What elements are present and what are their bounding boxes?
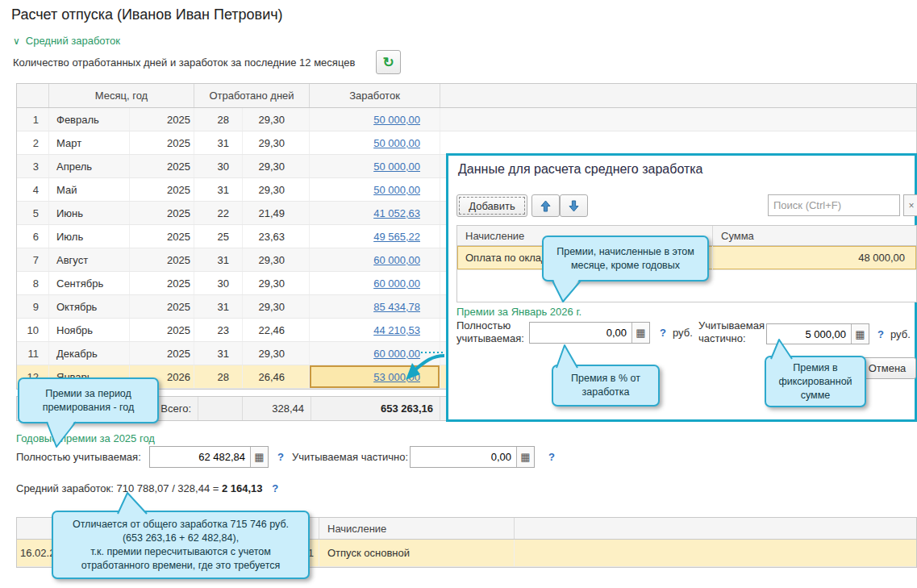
earnings-link[interactable]: 50 000,00 <box>373 161 420 173</box>
move-down-button[interactable] <box>560 194 588 217</box>
annual-partial-label: Учитываемая частично: <box>292 451 408 463</box>
earnings-link[interactable]: 49 565,22 <box>373 231 420 243</box>
clear-search-button[interactable]: × <box>903 194 917 216</box>
dialog-full-label-line1: Полностью <box>456 319 511 332</box>
totals-amount: 653 263,16 <box>311 397 440 420</box>
annual-partial-input[interactable]: 0,00 ▦ <box>410 446 535 468</box>
callout-earnings-difference: Отличается от общего заработка 715 746 р… <box>52 511 310 579</box>
accrual-name: Отпуск основной <box>319 540 515 566</box>
page-title: Расчет отпуска (Иванов Иван Петрович) <box>11 6 283 23</box>
earnings-link[interactable]: 50 000,00 <box>373 137 420 149</box>
earnings-link[interactable]: 44 210,53 <box>373 324 420 336</box>
col-accrual[interactable]: Начисление <box>319 518 515 539</box>
calculator-icon[interactable]: ▦ <box>851 324 869 344</box>
calculator-icon[interactable]: ▦ <box>631 323 649 343</box>
col-sum[interactable]: Сумма <box>713 226 916 245</box>
annual-bonus-link[interactable]: Годовые премии за 2025 год <box>16 432 155 444</box>
dialog-full-label-line2: учитываемая: <box>456 332 524 344</box>
average-earnings-line: Средний заработок: 710 788,07 / 328,44 =… <box>16 482 278 494</box>
totals-coef: 328,44 <box>243 397 311 420</box>
col-month-year[interactable]: Месяц, год <box>49 84 194 107</box>
annual-full-input[interactable]: 62 482,84 ▦ <box>149 446 269 468</box>
search-input[interactable] <box>768 194 900 216</box>
col-days-worked[interactable]: Отработано дней <box>194 84 310 107</box>
move-up-button[interactable] <box>531 194 560 217</box>
earnings-link[interactable]: 85 434,78 <box>373 301 420 313</box>
earnings-link[interactable]: 60 000,00 <box>373 277 420 290</box>
help-icon[interactable]: ? <box>277 451 284 463</box>
callout-monthly-bonuses: Премии, начисленные в этом месяце, кроме… <box>542 236 709 281</box>
earnings-link[interactable]: 50 000,00 <box>373 114 420 126</box>
help-icon[interactable]: ? <box>272 482 278 494</box>
callout-percent-bonus: Премия в % от заработка <box>552 365 660 407</box>
selected-cell: 53 000,00 <box>310 365 440 388</box>
dialog-bonus-link[interactable]: Премии за Январь 2026 г. <box>456 306 581 318</box>
help-icon[interactable]: ? <box>548 451 555 463</box>
earnings-table-header: Месяц, год Отработано дней Заработок <box>17 84 916 108</box>
table-row[interactable]: 2 Март 2025 31 29,30 50 000,00 <box>17 131 916 155</box>
earnings-link[interactable]: 60 000,00 <box>373 254 420 266</box>
average-earnings-group-label: Средний заработок <box>26 35 120 47</box>
currency-label: руб. <box>673 327 693 339</box>
refresh-icon: ↻ <box>382 56 394 69</box>
col-earnings[interactable]: Заработок <box>310 84 440 107</box>
dialog-title: Данные для расчета среднего заработка <box>458 162 703 177</box>
annual-full-label: Полностью учитываемая: <box>16 451 141 463</box>
callout-fixed-bonus: Премия в фиксированной сумме <box>765 356 866 407</box>
callout-bonus-period: Премии за период премирования - год <box>18 377 159 423</box>
earnings-link[interactable]: 53 000,00 <box>373 371 420 383</box>
dialog-full-input[interactable]: 0,00 ▦ <box>529 322 650 344</box>
help-icon[interactable]: ? <box>660 327 666 339</box>
dialog-partial-label-line1: Учитываемая <box>698 319 765 332</box>
chevron-down-icon: ∨ <box>13 35 20 47</box>
table-caption: Количество отработанных дней и заработок… <box>13 56 355 69</box>
average-result: 2 164,13 <box>222 482 263 494</box>
dialog-accrual-sum: 48 000,00 <box>713 246 916 269</box>
average-earnings-group[interactable]: ∨Средний заработок <box>13 35 120 47</box>
dialog-partial-input[interactable]: 5 000,00 ▦ <box>766 323 869 344</box>
calculator-icon[interactable]: ▦ <box>516 447 534 467</box>
average-formula: Средний заработок: 710 788,07 / 328,44 = <box>16 482 222 494</box>
arrow-up-icon <box>540 200 551 212</box>
calculator-icon[interactable]: ▦ <box>250 447 268 467</box>
currency-label: руб. <box>890 328 911 340</box>
earnings-link[interactable]: 41 052,63 <box>373 207 420 219</box>
vacation-calculation-window: Расчет отпуска (Иванов Иван Петрович) ∨С… <box>0 0 917 588</box>
cancel-button[interactable]: Отмена <box>858 357 916 379</box>
arrow-down-icon <box>569 200 579 212</box>
dialog-partial-label-line2: частично: <box>698 332 746 344</box>
add-button[interactable]: Добавить <box>456 194 527 217</box>
refresh-button[interactable]: ↻ <box>376 50 401 74</box>
help-icon[interactable]: ? <box>877 328 884 340</box>
earnings-link[interactable]: 50 000,00 <box>373 184 420 196</box>
earnings-link[interactable]: 60 000,00 <box>373 348 420 360</box>
table-row[interactable]: 1 Февраль 2025 28 29,30 50 000,00 <box>17 108 916 131</box>
